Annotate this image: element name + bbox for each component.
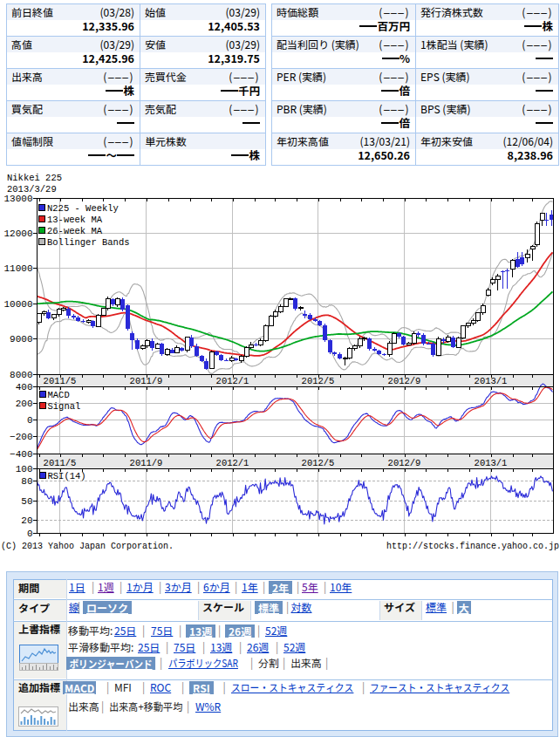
- svg-text:Signal: Signal: [48, 401, 81, 412]
- svg-text:11000: 11000: [3, 263, 32, 274]
- svg-text:80: 80: [21, 476, 32, 487]
- svg-text:13-week MA: 13-week MA: [47, 215, 103, 225]
- svg-text:2012/1: 2012/1: [216, 458, 249, 468]
- svg-text:12000: 12000: [3, 229, 32, 239]
- svg-text:−400: −400: [10, 449, 32, 460]
- svg-text:9000: 9000: [10, 334, 32, 345]
- svg-text:(C) 2013 Yahoo Japan Corporati: (C) 2013 Yahoo Japan Corporation.: [1, 542, 174, 551]
- svg-text:N225 - Weekly: N225 - Weekly: [47, 203, 119, 214]
- svg-text:26-week MA: 26-week MA: [47, 226, 103, 236]
- svg-text:50: 50: [21, 496, 32, 507]
- svg-text:2011/5: 2011/5: [44, 376, 77, 386]
- svg-text:http://stocks.finance.yahoo.co: http://stocks.finance.yahoo.co.jp: [386, 542, 559, 551]
- svg-text:200: 200: [16, 399, 33, 409]
- svg-text:2012/5: 2012/5: [302, 376, 335, 386]
- svg-text:Bollinger Bands: Bollinger Bands: [47, 237, 130, 248]
- svg-text:2012/9: 2012/9: [388, 376, 421, 386]
- svg-text:−200: −200: [10, 432, 32, 442]
- svg-text:2012/1: 2012/1: [216, 376, 249, 386]
- svg-text:RSI(14): RSI(14): [48, 471, 86, 481]
- svg-text:2011/9: 2011/9: [130, 458, 163, 468]
- svg-text:MACD: MACD: [48, 390, 70, 400]
- svg-text:400: 400: [16, 382, 33, 392]
- svg-text:100: 100: [16, 464, 33, 474]
- svg-text:0: 0: [27, 415, 33, 426]
- svg-text:13000: 13000: [3, 194, 32, 204]
- svg-text:0: 0: [27, 529, 33, 539]
- svg-text:2013/1: 2013/1: [475, 376, 508, 386]
- svg-text:2011/9: 2011/9: [130, 376, 163, 386]
- svg-text:2011/5: 2011/5: [44, 458, 77, 468]
- svg-text:2012/5: 2012/5: [302, 458, 335, 468]
- svg-text:8000: 8000: [10, 370, 32, 380]
- svg-text:Nikkei 225: Nikkei 225: [7, 173, 62, 183]
- svg-text:2013/1: 2013/1: [475, 458, 508, 468]
- svg-text:10000: 10000: [3, 299, 32, 310]
- svg-text:20: 20: [21, 515, 32, 526]
- svg-text:2012/9: 2012/9: [388, 458, 421, 468]
